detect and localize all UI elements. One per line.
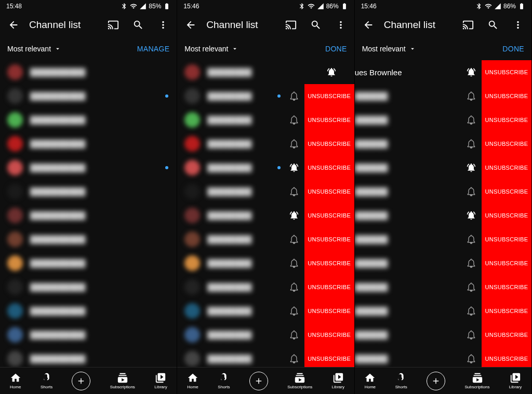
unsubscribe-button[interactable]: UNSUBSCRIBE — [482, 299, 531, 323]
channel-row[interactable]: ██████████ — [0, 156, 177, 180]
more-button[interactable] — [509, 16, 527, 34]
unsubscribe-button[interactable]: UNSUBSCRIBE — [482, 60, 531, 84]
channel-row[interactable]: ██████UNSUBSCRIBE — [355, 180, 531, 203]
unsubscribe-button[interactable]: UNSUBSCRIBE — [304, 323, 354, 347]
unsubscribe-button[interactable]: UNSUBSCRIBE — [482, 84, 531, 108]
notification-bell[interactable] — [461, 62, 482, 83]
channel-row[interactable]: ██████UNSUBSCRIBE — [355, 203, 531, 227]
channel-row[interactable]: ██████UNSUBSCRIBE — [355, 132, 531, 156]
channel-row[interactable]: ████████UNSUBSCRIBE — [177, 347, 354, 367]
notification-bell[interactable] — [284, 348, 304, 367]
unsubscribe-button[interactable]: UNSUBSCRIBE — [482, 203, 531, 227]
search-button[interactable] — [307, 16, 325, 34]
channel-row[interactable]: ████████UNSUBSCRIBE — [177, 203, 354, 227]
channel-list[interactable]: ████████████████████████████████████████… — [0, 60, 177, 367]
channel-row[interactable]: ██████████ — [0, 60, 177, 84]
notification-bell[interactable] — [284, 229, 304, 250]
sort-dropdown[interactable]: Most relevant — [362, 45, 416, 53]
channel-list[interactable]: ████████████████UNSUBSCRIBE████████UNSUB… — [177, 60, 354, 367]
sort-dropdown[interactable]: Most relevant — [184, 45, 238, 53]
channel-row[interactable]: ████████UNSUBSCRIBE — [177, 84, 354, 108]
channel-row[interactable]: ██████████ — [0, 203, 177, 227]
channel-row[interactable]: ████████UNSUBSCRIBE — [177, 156, 354, 180]
nav-library[interactable]: Library — [154, 372, 167, 389]
notification-bell[interactable] — [284, 277, 304, 297]
nav-library[interactable]: Library — [332, 372, 344, 389]
channel-row[interactable]: ██████UNSUBSCRIBE — [355, 251, 531, 275]
done-link[interactable]: DONE — [502, 45, 524, 53]
channel-row[interactable]: ████████UNSUBSCRIBE — [177, 180, 354, 203]
search-button[interactable] — [129, 16, 148, 34]
notification-bell[interactable] — [461, 253, 482, 274]
notification-bell[interactable] — [461, 277, 482, 297]
unsubscribe-button[interactable]: UNSUBSCRIBE — [304, 108, 354, 132]
channel-row[interactable]: ██████████ — [0, 323, 177, 347]
cast-button[interactable] — [459, 16, 477, 34]
channel-row[interactable]: ██████████ — [0, 275, 177, 299]
notification-bell[interactable] — [461, 110, 482, 130]
channel-row[interactable]: ██████████ — [0, 299, 177, 323]
channel-row[interactable]: ██████████ — [0, 227, 177, 251]
notification-bell[interactable] — [461, 324, 482, 345]
unsubscribe-button[interactable]: UNSUBSCRIBE — [304, 203, 354, 227]
search-button[interactable] — [484, 16, 502, 34]
channel-row[interactable]: ██████UNSUBSCRIBE — [355, 156, 531, 180]
notification-bell[interactable] — [461, 181, 482, 202]
cast-button[interactable] — [104, 16, 123, 34]
channel-row[interactable]: ██████UNSUBSCRIBE — [355, 108, 531, 132]
channel-row[interactable]: ████████UNSUBSCRIBE — [177, 132, 354, 156]
channel-row[interactable]: ██████████ — [0, 132, 177, 156]
channel-row[interactable]: ████████UNSUBSCRIBE — [177, 275, 354, 299]
unsubscribe-button[interactable]: UNSUBSCRIBE — [482, 108, 531, 132]
back-button[interactable] — [359, 16, 378, 34]
notification-bell[interactable] — [284, 133, 304, 154]
channel-row[interactable]: ████████ — [177, 60, 354, 84]
unsubscribe-button[interactable]: UNSUBSCRIBE — [304, 275, 354, 299]
channel-row[interactable]: ████████UNSUBSCRIBE — [177, 251, 354, 275]
channel-row[interactable]: ues BrownleeUNSUBSCRIBE — [355, 60, 531, 84]
cast-button[interactable] — [282, 16, 300, 34]
notification-bell[interactable] — [284, 324, 304, 345]
unsubscribe-button[interactable]: UNSUBSCRIBE — [304, 251, 354, 275]
notification-bell[interactable] — [321, 62, 342, 83]
nav-subscriptions[interactable]: Subscriptions — [110, 372, 135, 389]
channel-row[interactable]: ██████UNSUBSCRIBE — [355, 227, 531, 251]
nav-home[interactable]: Home — [364, 372, 376, 389]
nav-subscriptions[interactable]: Subscriptions — [287, 372, 312, 389]
notification-bell[interactable] — [284, 181, 304, 202]
channel-row[interactable]: ██████████ — [0, 108, 177, 132]
notification-bell[interactable] — [461, 205, 482, 226]
nav-shorts[interactable]: Shorts — [41, 372, 52, 389]
nav-shorts[interactable]: Shorts — [395, 372, 407, 389]
notification-bell[interactable] — [284, 301, 304, 321]
sort-dropdown[interactable]: Most relevant — [7, 45, 61, 53]
unsubscribe-button[interactable]: UNSUBSCRIBE — [482, 323, 531, 347]
back-button[interactable] — [181, 16, 200, 34]
channel-row[interactable]: ██████████ — [0, 180, 177, 203]
channel-list[interactable]: ues BrownleeUNSUBSCRIBE██████UNSUBSCRIBE… — [355, 60, 531, 367]
notification-bell[interactable] — [461, 157, 482, 178]
channel-row[interactable]: ██████████ — [0, 347, 177, 367]
channel-row[interactable]: ██████████ — [0, 251, 177, 275]
notification-bell[interactable] — [284, 253, 304, 274]
notification-bell[interactable] — [461, 229, 482, 250]
unsubscribe-button[interactable]: UNSUBSCRIBE — [304, 299, 354, 323]
notification-bell[interactable] — [461, 301, 482, 321]
done-link[interactable]: DONE — [325, 45, 347, 53]
notification-bell[interactable] — [284, 157, 304, 178]
notification-bell[interactable] — [461, 133, 482, 154]
more-button[interactable] — [331, 16, 350, 34]
unsubscribe-button[interactable]: UNSUBSCRIBE — [304, 180, 354, 203]
channel-row[interactable]: ██████UNSUBSCRIBE — [355, 347, 531, 367]
channel-row[interactable]: ██████████ — [0, 84, 177, 108]
back-button[interactable] — [4, 16, 23, 34]
unsubscribe-button[interactable]: UNSUBSCRIBE — [482, 251, 531, 275]
manage-link[interactable]: MANAGE — [137, 45, 169, 53]
notification-bell[interactable] — [461, 86, 482, 106]
unsubscribe-button[interactable]: UNSUBSCRIBE — [482, 132, 531, 156]
channel-row[interactable]: ████████UNSUBSCRIBE — [177, 108, 354, 132]
channel-row[interactable]: ████████UNSUBSCRIBE — [177, 323, 354, 347]
notification-bell[interactable] — [284, 205, 304, 226]
unsubscribe-button[interactable]: UNSUBSCRIBE — [482, 156, 531, 180]
unsubscribe-button[interactable]: UNSUBSCRIBE — [482, 180, 531, 203]
